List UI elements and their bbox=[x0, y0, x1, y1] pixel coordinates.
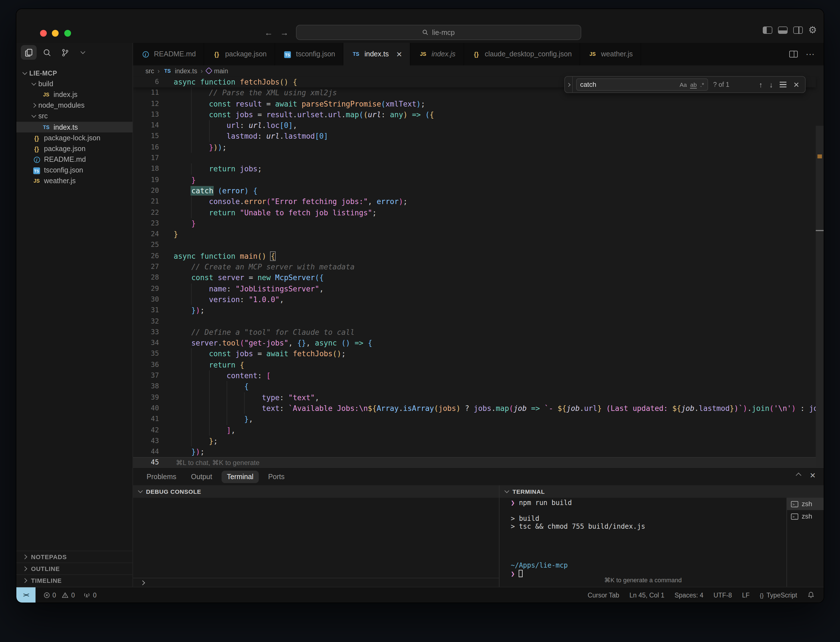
code-line-29[interactable]: 29 name: "JobListingsServer", bbox=[133, 283, 816, 294]
debug-console-input[interactable] bbox=[133, 578, 499, 587]
code-line-23[interactable]: 23 } bbox=[133, 218, 816, 229]
tab-index-js[interactable]: JSindex.js bbox=[411, 43, 464, 65]
sidebar-section-outline[interactable]: OUTLINE bbox=[16, 563, 133, 574]
code-line-24[interactable]: 24} bbox=[133, 229, 816, 240]
code-line-41[interactable]: 41 }, bbox=[133, 414, 816, 425]
find-in-selection-icon[interactable] bbox=[780, 82, 786, 88]
code-line-25[interactable]: 25 bbox=[133, 240, 816, 251]
code-line-37[interactable]: 37 content: [ bbox=[133, 370, 816, 381]
code-line-28[interactable]: 28 const server = new McpServer({ bbox=[133, 272, 816, 284]
sidebar-section-notepads[interactable]: NOTEPADS bbox=[16, 551, 133, 563]
find-next-icon[interactable]: ↓ bbox=[769, 80, 773, 89]
match-case-icon[interactable]: Aa bbox=[679, 81, 687, 88]
tree-item-tsconfig-json[interactable]: TStsconfig.json bbox=[16, 165, 133, 175]
terminal-instance-0[interactable]: >_zsh bbox=[787, 498, 824, 510]
tree-item-src[interactable]: src bbox=[16, 111, 133, 122]
breadcrumb-item-index-ts[interactable]: TSindex.ts bbox=[163, 67, 197, 74]
code-line-39[interactable]: 39 type: "text", bbox=[133, 392, 816, 403]
tab-weather-js[interactable]: JSweather.js bbox=[580, 43, 641, 65]
explorer-files-icon[interactable] bbox=[21, 45, 37, 60]
debug-console-header[interactable]: DEBUG CONSOLE bbox=[133, 485, 499, 498]
tree-item-index-js[interactable]: JSindex.js bbox=[16, 89, 133, 100]
code-line-31[interactable]: 31 }); bbox=[133, 305, 816, 316]
views-chevron-down-icon[interactable] bbox=[75, 45, 91, 60]
command-center-search[interactable]: lie-mcp bbox=[296, 25, 581, 40]
breadcrumb-item-src[interactable]: src bbox=[146, 67, 154, 74]
whole-word-icon[interactable]: ab bbox=[690, 81, 697, 88]
collapse-debug-icon[interactable] bbox=[138, 488, 143, 493]
tab-tsconfig-json[interactable]: TStsconfig.json bbox=[275, 43, 344, 65]
toggle-replace-chevron-icon[interactable] bbox=[565, 77, 573, 92]
panel-tab-terminal[interactable]: Terminal bbox=[222, 470, 259, 483]
tree-item-build[interactable]: build bbox=[16, 78, 133, 89]
code-line-36[interactable]: 36 return { bbox=[133, 359, 816, 370]
code-line-30[interactable]: 30 version: "1.0.0", bbox=[133, 294, 816, 305]
tree-item-package-json[interactable]: {}package.json bbox=[16, 143, 133, 154]
code-line-40[interactable]: 40 text: `Available Jobs:\n${Array.isArr… bbox=[133, 403, 816, 414]
status-item-typescript[interactable]: {}TypeScript bbox=[760, 592, 797, 598]
tab-readme-md[interactable]: iREADME.md bbox=[133, 43, 204, 65]
code-line-16[interactable]: 16 })); bbox=[133, 142, 816, 153]
toggle-panel-icon[interactable] bbox=[778, 26, 788, 34]
close-window-button[interactable] bbox=[40, 30, 47, 37]
status-item-spaces-4[interactable]: Spaces: 4 bbox=[675, 592, 703, 598]
settings-gear-icon[interactable]: ⚙ bbox=[808, 25, 817, 35]
scrollbar-thumb[interactable] bbox=[816, 126, 824, 469]
code-line-18[interactable]: 18 return jobs; bbox=[133, 164, 816, 175]
code-line-43[interactable]: 43 }; bbox=[133, 436, 816, 447]
remote-indicator-icon[interactable]: >< bbox=[16, 587, 36, 603]
close-find-icon[interactable]: ✕ bbox=[793, 80, 799, 89]
terminal-header[interactable]: TERMINAL bbox=[499, 485, 824, 498]
code-line-12[interactable]: 12 const result = await parseStringPromi… bbox=[133, 98, 816, 109]
code-line-34[interactable]: 34 server.tool("get-jobs", {}, async () … bbox=[133, 338, 816, 349]
tree-item-weather-js[interactable]: JSweather.js bbox=[16, 176, 133, 186]
problems-status[interactable]: 0 0 bbox=[44, 592, 75, 598]
tree-item-readme-md[interactable]: iREADME.md bbox=[16, 154, 133, 165]
ports-status[interactable]: 0 bbox=[83, 591, 97, 598]
nav-back-icon[interactable]: ← bbox=[264, 28, 273, 37]
tree-item-package-lock-json[interactable]: {}package-lock.json bbox=[16, 133, 133, 143]
split-editor-icon[interactable] bbox=[789, 51, 798, 57]
panel-tab-ports[interactable]: Ports bbox=[263, 470, 289, 483]
status-item-ln-45-col-1[interactable]: Ln 45, Col 1 bbox=[629, 592, 664, 598]
notifications-bell-icon[interactable] bbox=[807, 591, 815, 598]
terminal-instance-1[interactable]: >_zsh bbox=[787, 510, 824, 522]
code-line-35[interactable]: 35 const jobs = await fetchJobs(); bbox=[133, 349, 816, 360]
code-lines[interactable]: 11 // Parse the XML using xml2js12 const… bbox=[133, 88, 816, 467]
nav-forward-icon[interactable]: → bbox=[280, 28, 289, 37]
search-view-icon[interactable] bbox=[39, 45, 55, 60]
tab-claude-desktop-config-json[interactable]: {}claude_desktop_config.json bbox=[464, 43, 581, 65]
status-item-lf[interactable]: LF bbox=[742, 592, 749, 598]
code-line-22[interactable]: 22 return "Unable to fetch job listings"… bbox=[133, 207, 816, 218]
minimize-window-button[interactable] bbox=[52, 30, 58, 37]
close-tab-icon[interactable]: ✕ bbox=[396, 50, 402, 58]
code-line-32[interactable]: 32 bbox=[133, 316, 816, 327]
panel-tab-problems[interactable]: Problems bbox=[141, 470, 182, 483]
code-line-21[interactable]: 21 console.error("Error fetching jobs:",… bbox=[133, 196, 816, 208]
code-line-27[interactable]: 27 // Create an MCP server with metadata bbox=[133, 261, 816, 272]
tree-item-lie-mcp[interactable]: LIE-MCP bbox=[16, 68, 133, 78]
code-line-14[interactable]: 14 url: url.loc[0], bbox=[133, 120, 816, 131]
zoom-window-button[interactable] bbox=[64, 30, 71, 37]
collapse-terminal-icon[interactable] bbox=[504, 488, 509, 493]
code-line-13[interactable]: 13 const jobs = result.urlset.url.map((u… bbox=[133, 109, 816, 120]
code-line-15[interactable]: 15 lastmod: url.lastmod[0] bbox=[133, 131, 816, 142]
code-editor[interactable]: 6async function fetchJobs() { 11 // Pars… bbox=[133, 76, 824, 467]
code-line-17[interactable]: 17 bbox=[133, 153, 816, 164]
toggle-secondary-sidebar-icon[interactable] bbox=[793, 26, 803, 34]
debug-console-output[interactable] bbox=[133, 498, 499, 578]
tab-index-ts[interactable]: TSindex.ts✕ bbox=[344, 43, 411, 65]
status-item-cursor-tab[interactable]: Cursor Tab bbox=[588, 592, 619, 598]
regex-icon[interactable]: .* bbox=[700, 81, 704, 88]
source-control-icon[interactable] bbox=[57, 45, 73, 60]
sidebar-section-timeline[interactable]: TIMELINE bbox=[16, 574, 133, 586]
tree-item-node-modules[interactable]: node_modules bbox=[16, 100, 133, 111]
code-line-44[interactable]: 44 }); bbox=[133, 446, 816, 457]
more-actions-icon[interactable]: ··· bbox=[806, 49, 815, 59]
tree-item-index-ts[interactable]: TSindex.ts bbox=[16, 122, 133, 133]
code-line-42[interactable]: 42 ], bbox=[133, 425, 816, 436]
status-item-utf-8[interactable]: UTF-8 bbox=[714, 592, 732, 598]
code-line-38[interactable]: 38 { bbox=[133, 381, 816, 392]
code-line-19[interactable]: 19 } bbox=[133, 175, 816, 185]
breadcrumb[interactable]: src›TSindex.ts›main bbox=[133, 65, 816, 76]
